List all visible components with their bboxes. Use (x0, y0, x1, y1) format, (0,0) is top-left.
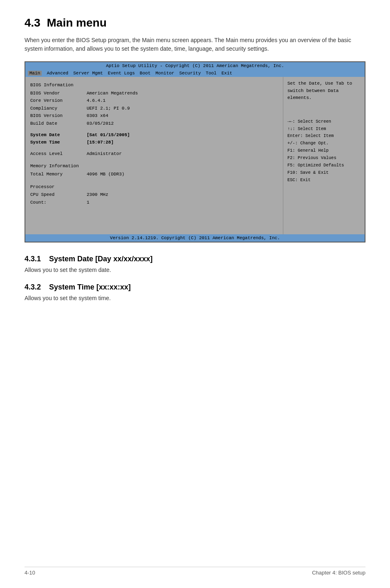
total-memory-field: Total Memory 4096 MB (DDR3) (30, 171, 278, 178)
bios-menu-server-mgmt[interactable]: Server Mgmt (73, 71, 103, 76)
subsection-4-3-2-text: Allows you to set the system time. (25, 295, 365, 301)
bios-menu-exit[interactable]: Exit (222, 71, 232, 76)
bios-menu-bar: Main Advanced Server Mgmt Event Logs Boo… (25, 70, 365, 77)
build-date-field: Build Date 03/05/2012 (30, 120, 278, 128)
subsection-4-3-1-text: Allows you to set the system date. (25, 267, 365, 273)
bios-menu-main[interactable]: Main (28, 71, 42, 76)
core-version-field: Core Version 4.6.4.1 (30, 97, 278, 105)
key-help-esc: ESC: Exit (287, 177, 361, 184)
bios-info-header: BIOS Information (30, 82, 278, 89)
bios-menu-advanced[interactable]: Advanced (47, 71, 68, 76)
cpu-speed-field: CPU Speed 2300 MHz (30, 191, 278, 199)
key-help-f5: F5: Optimized Defaults (287, 162, 361, 169)
bios-help-text: Set the Date, Use Tab to switch between … (287, 80, 361, 102)
bios-key-help: →←: Select Screen ↑↓: Select Item Enter:… (287, 118, 361, 184)
bios-title-bar: Aptio Setup Utility - Copyright (C) 2011… (25, 62, 365, 70)
section-number: 4.3 (25, 16, 40, 29)
bios-right-panel: Set the Date, Use Tab to switch between … (283, 77, 365, 234)
key-help-select-screen: →←: Select Screen (287, 118, 361, 126)
key-help-f2: F2: Previous Values (287, 155, 361, 162)
section-title: 4.3 Main menu (25, 16, 365, 29)
bios-menu-boot[interactable]: Boot (140, 71, 150, 76)
bios-footer: Version 2.14.1219. Copyright (C) 2011 Am… (25, 234, 365, 242)
page-footer: 4-10 Chapter 4: BIOS setup (25, 567, 365, 576)
subsection-4-3-2: 4.3.2 System Time [xx:xx:xx] Allows you … (25, 283, 365, 301)
bios-menu-event-logs[interactable]: Event Logs (108, 71, 135, 76)
bios-menu-monitor[interactable]: Monitor (155, 71, 174, 76)
intro-paragraph: When you enter the BIOS Setup program, t… (25, 36, 365, 53)
cpu-count-field: Count: 1 (30, 199, 278, 206)
subsection-4-3-2-title: 4.3.2 System Time [xx:xx:xx] (25, 283, 365, 292)
section-name: Main menu (47, 16, 107, 29)
bios-screen: Aptio Setup Utility - Copyright (C) 2011… (25, 61, 365, 242)
key-help-f10: F10: Save & Exit (287, 169, 361, 177)
bios-vendor-field: BIOS Vendor American Megatrends (30, 90, 278, 97)
access-level-field: Access Level Administrator (30, 150, 278, 158)
system-time-field[interactable]: System Time [15:07:28] (30, 139, 278, 146)
bios-body: BIOS Information BIOS Vendor American Me… (25, 77, 365, 234)
subsection-4-3-1-title: 4.3.1 System Date [Day xx/xx/xxxx] (25, 255, 365, 263)
processor-header: Processor (30, 184, 278, 191)
bios-menu-tool[interactable]: Tool (206, 71, 216, 76)
bios-version-field: BIOS Version 0303 x64 (30, 112, 278, 120)
footer-chapter: Chapter 4: BIOS setup (312, 570, 365, 576)
key-help-f1: F1: General Help (287, 147, 361, 155)
bios-left-panel: BIOS Information BIOS Vendor American Me… (25, 77, 283, 234)
key-help-change: +/-: Change Opt. (287, 140, 361, 147)
key-help-enter: Enter: Select Item (287, 132, 361, 140)
footer-page-number: 4-10 (25, 570, 35, 576)
compliancy-field: Compliancy UEFI 2.1; PI 0.9 (30, 105, 278, 112)
bios-menu-security[interactable]: Security (179, 71, 201, 76)
key-help-select-item-arrow: ↑↓: Select Item (287, 126, 361, 133)
system-date-field[interactable]: System Date [Sat 01/15/2005] (30, 132, 278, 139)
subsection-4-3-1: 4.3.1 System Date [Day xx/xx/xxxx] Allow… (25, 255, 365, 273)
memory-info-header: Memory Information (30, 163, 278, 170)
